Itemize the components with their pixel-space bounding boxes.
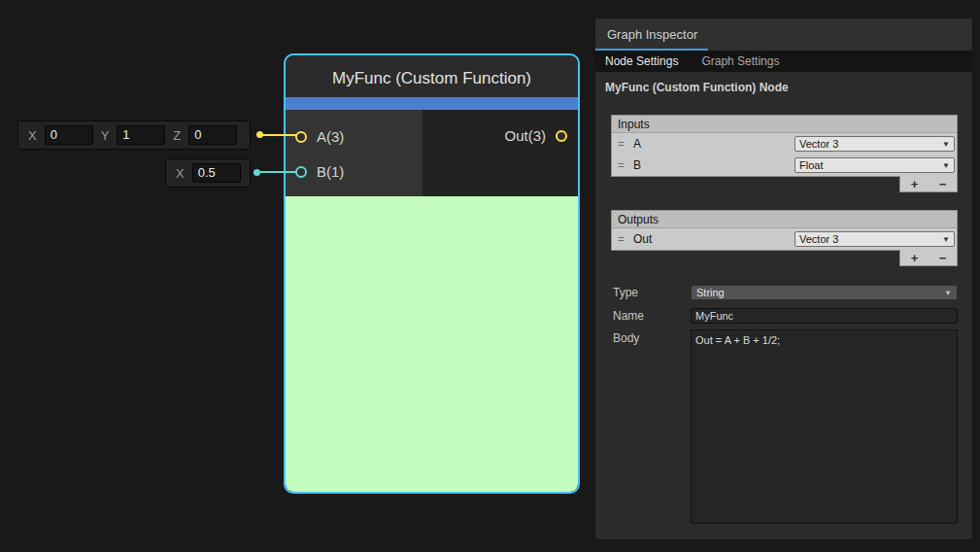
output-ports-background — [422, 110, 578, 196]
output-out-type-dropdown[interactable]: Vector 3 ▼ — [794, 231, 955, 247]
x-axis-label: X — [176, 166, 185, 181]
chevron-down-icon: ▼ — [942, 235, 950, 244]
port-b-label: B(1) — [317, 162, 344, 182]
inputs-list-header: Inputs — [612, 116, 957, 133]
float-input-node[interactable]: X 0.5 — [165, 158, 251, 188]
type-label: Type — [613, 286, 638, 299]
output-row-out[interactable]: = Out Vector 3 ▼ — [612, 228, 957, 250]
input-row-b[interactable]: = B Float ▼ — [612, 155, 957, 176]
node-preview — [286, 196, 578, 492]
input-b-type-dropdown[interactable]: Float ▼ — [794, 157, 955, 173]
chevron-down-icon: ▼ — [942, 161, 950, 170]
inspector-header[interactable]: Graph Inspector — [595, 18, 972, 51]
z-value-field[interactable]: 0 — [188, 125, 237, 145]
z-axis-label: Z — [173, 128, 181, 143]
shader-graph-window: X 0 Y 1 Z 0 X 0.5 MyFunc (Custom Functio… — [0, 0, 980, 552]
y-value-field[interactable]: 1 — [117, 125, 165, 145]
dropdown-value: Vector 3 — [799, 233, 838, 245]
port-out-label: Out(3) — [504, 126, 546, 146]
x-value-field[interactable]: 0 — [45, 125, 93, 145]
body-label: Body — [613, 331, 639, 345]
x-axis-label: X — [28, 128, 37, 143]
chevron-down-icon: ▼ — [942, 140, 950, 149]
drag-handle-icon[interactable]: = — [618, 137, 629, 151]
header-accent-line — [595, 49, 708, 51]
vector3-output-port[interactable] — [256, 131, 263, 138]
node-title: MyFunc (Custom Function) — [286, 55, 578, 97]
inspector-title: Graph Inspector — [607, 27, 697, 42]
dropdown-value: String — [696, 287, 725, 298]
output-out-name: Out — [633, 232, 652, 246]
name-label: Name — [613, 309, 644, 323]
graph-canvas[interactable]: X 0 Y 1 Z 0 X 0.5 MyFunc (Custom Functio… — [0, 0, 594, 552]
edge-float-to-b[interactable] — [256, 171, 297, 173]
inputs-list: Inputs = A Vector 3 ▼ = B Float ▼ — [611, 115, 958, 177]
outputs-list-header: Outputs — [612, 211, 957, 228]
name-field[interactable]: MyFunc — [691, 308, 958, 324]
input-a-type-dropdown[interactable]: Vector 3 ▼ — [794, 136, 955, 152]
port-out-icon[interactable] — [556, 130, 567, 142]
add-input-button[interactable]: + — [911, 177, 919, 191]
inputs-list-footer: + − — [899, 176, 958, 192]
vector3-input-node[interactable]: X 0 Y 1 Z 0 — [17, 121, 251, 150]
node-ports-area: A(3) B(1) Out(3) — [286, 110, 578, 196]
type-dropdown[interactable]: String ▼ — [691, 285, 958, 300]
edge-vector3-to-a[interactable] — [258, 134, 297, 136]
dropdown-value: Vector 3 — [799, 138, 838, 150]
chevron-down-icon: ▼ — [944, 289, 952, 297]
drag-handle-icon[interactable]: = — [618, 232, 629, 246]
inspector-tabs: Node Settings Graph Settings — [595, 51, 972, 72]
port-a-label: A(3) — [317, 127, 344, 147]
dropdown-value: Float — [799, 159, 823, 171]
input-b-name: B — [633, 158, 641, 172]
y-axis-label: Y — [101, 128, 110, 143]
node-accent-bar — [286, 97, 578, 110]
input-a-name: A — [633, 137, 641, 151]
outputs-list-footer: + − — [899, 250, 958, 266]
input-row-a[interactable]: = A Vector 3 ▼ — [612, 133, 957, 155]
x-value-field[interactable]: 0.5 — [192, 163, 241, 183]
remove-input-button[interactable]: − — [939, 177, 947, 191]
custom-function-node[interactable]: MyFunc (Custom Function) A(3) B(1) Out(3… — [284, 53, 580, 494]
add-output-button[interactable]: + — [911, 251, 919, 265]
node-settings-heading: MyFunc (Custom Function) Node — [605, 81, 789, 94]
float-output-port[interactable] — [253, 169, 260, 176]
outputs-list: Outputs = Out Vector 3 ▼ — [611, 210, 958, 251]
body-field[interactable]: Out = A + B + 1/2; — [691, 329, 958, 524]
remove-output-button[interactable]: − — [939, 251, 947, 265]
port-a-icon[interactable] — [295, 131, 307, 143]
input-ports-background — [286, 110, 422, 196]
graph-inspector-panel: Graph Inspector Node Settings Graph Sett… — [594, 17, 973, 540]
drag-handle-icon[interactable]: = — [618, 158, 629, 172]
tab-graph-settings[interactable]: Graph Settings — [701, 54, 779, 68]
tab-node-settings[interactable]: Node Settings — [605, 54, 678, 68]
